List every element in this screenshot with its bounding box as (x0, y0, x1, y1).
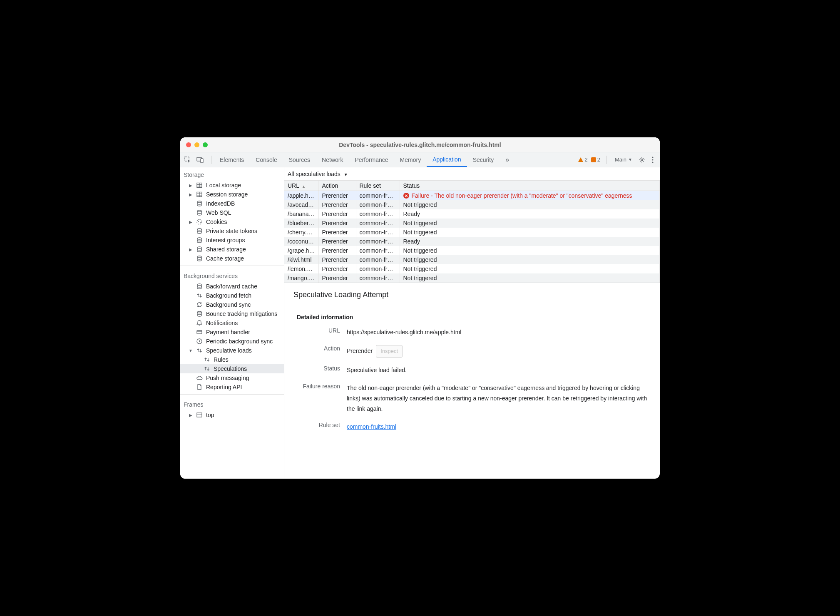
sidebar-item-cookies[interactable]: ▶Cookies (180, 217, 284, 226)
warnings-badge-1[interactable]: 2 (578, 156, 587, 163)
sidebar-item-periodic-background-sync[interactable]: Periodic background sync (180, 337, 284, 346)
tab-performance[interactable]: Performance (349, 152, 394, 167)
chevron-down-icon: ▼ (628, 157, 632, 162)
filter-dropdown[interactable]: All speculative loads ▼ (288, 171, 348, 177)
sidebar-item-label: top (206, 412, 214, 418)
cell-action: Prerender (318, 246, 356, 255)
sidebar-item-label: Private state tokens (206, 228, 257, 234)
table-row[interactable]: /lemon.h…Prerendercommon-fr…Not triggere… (284, 264, 660, 273)
sidebar-item-back-forward-cache[interactable]: Back/forward cache (180, 282, 284, 291)
cell-action: Prerender (318, 273, 356, 283)
tab-elements[interactable]: Elements (214, 152, 250, 167)
sidebar-item-private-state-tokens[interactable]: Private state tokens (180, 226, 284, 236)
sidebar-item-notifications[interactable]: Notifications (180, 318, 284, 328)
detail-url-label: URL (297, 327, 347, 334)
sidebar-item-label: Speculations (214, 365, 247, 372)
tab-security[interactable]: Security (467, 152, 500, 167)
sidebar-item-top[interactable]: ▶top (180, 410, 284, 420)
sidebar-item-cache-storage[interactable]: Cache storage (180, 254, 284, 263)
titlebar: DevTools - speculative-rules.glitch.me/c… (180, 137, 660, 152)
svg-point-23 (197, 256, 201, 258)
sidebar-item-speculative-loads[interactable]: ▼Speculative loads (180, 346, 284, 355)
table-row[interactable]: /coconut…Prerendercommon-fr…Ready (284, 237, 660, 246)
column-header-status[interactable]: Status (400, 181, 660, 191)
sidebar-item-label: Speculative loads (206, 347, 252, 354)
sidebar-item-push-messaging[interactable]: Push messaging (180, 373, 284, 383)
target-selector[interactable]: Main ▼ (612, 156, 635, 163)
sidebar-item-label: Interest groups (206, 237, 245, 243)
table-row[interactable]: /cherry.h…Prerendercommon-fr…Not trigger… (284, 228, 660, 237)
sidebar-section-storage: Storage (180, 167, 284, 181)
table-row[interactable]: /banana.…Prerendercommon-fr…Ready (284, 209, 660, 219)
settings-icon[interactable] (638, 156, 646, 164)
sidebar-item-session-storage[interactable]: ▶Session storage (180, 190, 284, 199)
table-row[interactable]: /grape.htmlPrerendercommon-fr…Not trigge… (284, 246, 660, 255)
column-header-rule-set[interactable]: Rule set (356, 181, 400, 191)
table-row[interactable]: /kiwi.htmlPrerendercommon-fr…Not trigger… (284, 255, 660, 264)
sidebar-item-background-fetch[interactable]: Background fetch (180, 291, 284, 300)
tab-console[interactable]: Console (250, 152, 283, 167)
db-icon (196, 246, 203, 253)
bell-icon (196, 320, 203, 326)
tab-network[interactable]: Network (316, 152, 349, 167)
detail-status-value: Speculative load failed. (347, 365, 651, 375)
column-header-url[interactable]: URL▲ (284, 181, 318, 191)
cell-action: Prerender (318, 255, 356, 264)
cell-action: Prerender (318, 219, 356, 228)
detail-action-label: Action (297, 345, 347, 352)
column-header-action[interactable]: Action (318, 181, 356, 191)
sidebar-item-local-storage[interactable]: ▶Local storage (180, 181, 284, 190)
device-toggle-icon[interactable] (196, 156, 204, 164)
tab-application[interactable]: Application (427, 152, 467, 167)
cell-status: Not triggered (400, 219, 660, 228)
close-window-button[interactable] (186, 142, 191, 147)
updown-icon (204, 365, 210, 372)
cell-status: Not triggered (400, 255, 660, 264)
db-icon (196, 228, 203, 234)
toolbar-divider (606, 156, 606, 164)
warnings-badge-2[interactable]: 2 (591, 156, 600, 163)
table-row[interactable]: /apple.htmlPrerendercommon-fr…✕Failure -… (284, 191, 660, 201)
sidebar-item-rules[interactable]: Rules (180, 355, 284, 364)
sidebar-divider (180, 266, 284, 266)
sidebar-item-reporting-api[interactable]: Reporting API (180, 383, 284, 392)
svg-point-24 (197, 284, 201, 286)
svg-point-3 (641, 159, 643, 160)
sidebar-item-payment-handler[interactable]: Payment handler (180, 328, 284, 337)
inspect-element-icon[interactable] (184, 156, 192, 164)
clock-icon (196, 338, 203, 345)
sidebar-item-background-sync[interactable]: Background sync (180, 300, 284, 309)
table-row[interactable]: /blueberr…Prerendercommon-fr…Not trigger… (284, 219, 660, 228)
table-row[interactable]: /mango.…Prerendercommon-fr…Not triggered (284, 273, 660, 283)
sidebar-item-shared-storage[interactable]: ▶Shared storage (180, 245, 284, 254)
sidebar-item-bounce-tracking-mitigations[interactable]: Bounce tracking mitigations (180, 309, 284, 318)
minimize-window-button[interactable] (194, 142, 199, 147)
main-toolbar: ElementsConsoleSourcesNetworkPerformance… (180, 152, 660, 167)
maximize-window-button[interactable] (203, 142, 208, 147)
sidebar-item-web-sql[interactable]: Web SQL (180, 208, 284, 217)
cell-status: ✕Failure - The old non-eager prerender (… (400, 191, 660, 201)
table-row[interactable]: /avocad…Prerendercommon-fr…Not triggered (284, 200, 660, 209)
sidebar-item-interest-groups[interactable]: Interest groups (180, 236, 284, 245)
sync-icon (196, 301, 203, 308)
svg-point-22 (197, 247, 201, 248)
sidebar-divider (180, 394, 284, 395)
speculations-table[interactable]: URL▲ActionRule setStatus /apple.htmlPrer… (284, 181, 660, 283)
sidebar-item-label: IndexedDB (206, 200, 235, 207)
more-tabs[interactable]: » (500, 156, 515, 164)
more-menu-icon[interactable] (649, 156, 656, 164)
tab-memory[interactable]: Memory (394, 152, 427, 167)
cell-url: /grape.html (284, 246, 318, 255)
db-icon (196, 283, 203, 290)
content-pane: All speculative loads ▼ URL▲ActionRule s… (284, 167, 660, 479)
tab-sources[interactable]: Sources (283, 152, 316, 167)
sidebar-item-indexeddb[interactable]: IndexedDB (180, 199, 284, 208)
svg-point-16 (197, 210, 201, 212)
sidebar-item-label: Background sync (206, 301, 251, 308)
sidebar-item-speculations[interactable]: Speculations (180, 364, 284, 373)
inspect-button[interactable]: Inspect (376, 345, 403, 357)
updown-icon (196, 347, 203, 354)
cloud-icon (196, 375, 203, 381)
doc-icon (196, 384, 203, 390)
ruleset-link[interactable]: common-fruits.html (347, 423, 396, 430)
